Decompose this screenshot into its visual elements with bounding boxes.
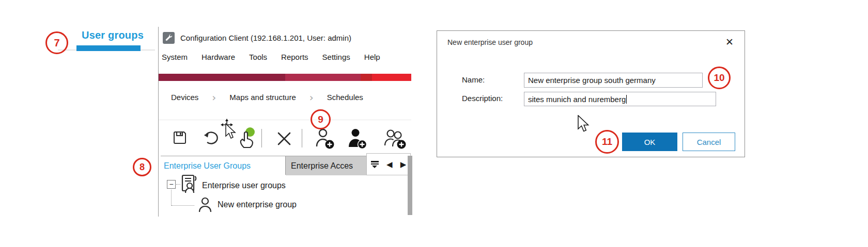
brand-color-bar [159,74,411,81]
breadcrumb: Devices › Maps and structure › Schedules [171,93,363,102]
text-caret [626,95,627,104]
tab-enterprise-user-groups[interactable]: Enterprise User Groups [159,156,285,175]
enterprise-user-groups-icon [180,174,198,194]
breadcrumb-schedules[interactable]: Schedules [327,93,363,102]
undo-icon[interactable] [203,130,220,146]
menu-item-system[interactable]: System [162,53,188,61]
cancel-button[interactable]: Cancel [683,133,735,151]
new-enterprise-user-group-dialog: New enterprise user group ✕ Name: New en… [437,30,745,157]
name-input[interactable]: New enterprise group south germany [524,73,703,88]
menu-item-help[interactable]: Help [364,53,380,61]
tab-list-dropdown-icon[interactable] [371,161,379,168]
tab-enterprise-access[interactable]: Enterprise Acces [286,156,366,175]
ok-button[interactable]: OK [622,133,677,151]
tab-scroll-right-icon[interactable]: ▶ [400,160,407,169]
vertical-scrollbar[interactable] [408,156,412,215]
tree-item-new-enterprise-group[interactable]: New enterprise group [218,200,297,209]
nav-item-user-groups[interactable]: User groups [82,29,144,41]
name-input-value: New enterprise group south germany [528,76,656,85]
arrow-cursor [577,115,590,133]
annotation-step-11: 11 [595,130,619,154]
chevron-right-icon: › [309,94,314,101]
configuration-client-window: Configuration Client (192.168.1.201, Use… [158,27,412,217]
tree-connector [172,205,194,206]
annotation-step-8: 8 [133,158,151,176]
add-user-group-icon[interactable] [384,128,408,150]
chevron-right-icon: › [212,94,216,101]
dialog-title: New enterprise user group [447,38,533,46]
annotation-step-10: 10 [708,67,731,89]
add-enterprise-user-group-icon[interactable] [315,128,336,150]
tree-item-enterprise-user-groups[interactable]: Enterprise user groups [202,181,286,190]
menu-item-tools[interactable]: Tools [249,53,267,61]
window-title: Configuration Client (192.168.1.201, Use… [180,34,351,42]
nav-active-underline [76,45,141,51]
save-icon[interactable] [173,130,187,145]
move-cursor [220,119,240,145]
name-label: Name: [462,75,485,84]
annotation-step-9: 9 [311,109,331,129]
description-input-value: sites munich and nuremberg [528,95,626,104]
breadcrumb-devices[interactable]: Devices [171,93,198,102]
toolbar-divider [159,120,411,120]
close-icon[interactable]: ✕ [722,35,737,48]
annotation-step-7: 7 [45,31,68,54]
menu-bar: System Hardware Tools Reports Settings H… [162,53,380,61]
breadcrumb-maps-and-structure[interactable]: Maps and structure [229,93,296,102]
menu-item-settings[interactable]: Settings [322,53,350,61]
description-label: Description: [462,94,503,103]
toolbar-separator [302,129,302,147]
toolbar-separator [261,129,262,147]
add-user-icon[interactable] [348,128,368,150]
delete-x-icon[interactable] [276,131,292,146]
wrench-app-icon [163,32,175,44]
tree-connector [176,184,180,185]
tab-scroll-left-icon[interactable]: ◀ [386,160,393,169]
tab-scroll-panel: ◀ ▶ [366,153,411,175]
menu-item-reports[interactable]: Reports [281,53,308,61]
tree-connector [171,190,172,206]
user-icon [198,197,212,212]
menu-item-hardware[interactable]: Hardware [202,53,235,61]
tree-collapse-icon[interactable]: − [167,180,176,189]
description-input[interactable]: sites munich and nuremberg [524,92,716,106]
